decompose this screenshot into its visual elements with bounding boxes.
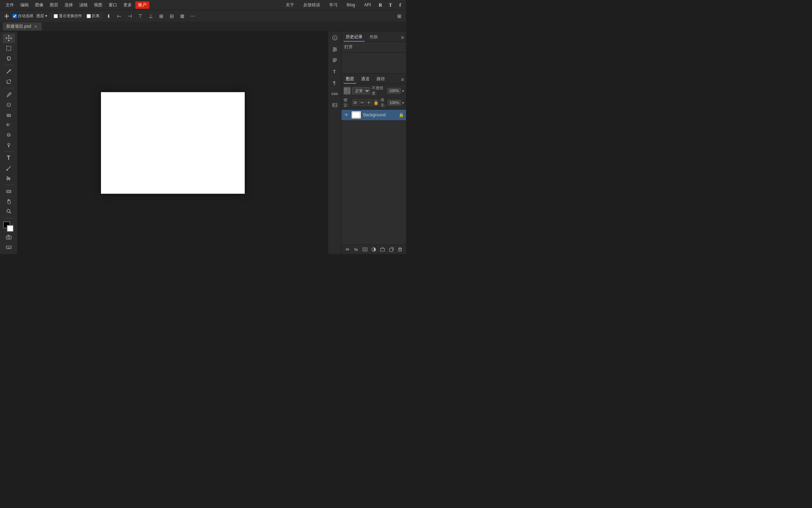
add-mask-btn[interactable] xyxy=(362,246,368,253)
lock-pixels-btn[interactable]: ⊞ xyxy=(352,99,358,106)
tab-channels[interactable]: 通道 xyxy=(359,75,372,84)
group-layers-btn[interactable] xyxy=(380,246,386,253)
document-tab-close[interactable]: × xyxy=(33,24,38,29)
text-tool[interactable]: T xyxy=(3,153,15,163)
menu-api[interactable]: API xyxy=(361,2,374,8)
show-transform-checkbox-label[interactable]: 显示变换控件 xyxy=(54,13,82,19)
add-style-btn[interactable]: fx xyxy=(353,246,359,253)
link-layers-btn[interactable] xyxy=(344,246,350,253)
distribute-more-btn[interactable]: ⋯ xyxy=(188,12,197,20)
opacity-value[interactable]: 100% xyxy=(387,88,401,94)
layers-panel-menu[interactable]: ≡ xyxy=(401,77,404,82)
healing-brush-tool[interactable] xyxy=(3,67,15,76)
lock-label: 锁定: xyxy=(344,97,351,108)
layer-dropdown[interactable]: 图层 ▾ xyxy=(35,13,49,19)
menu-feedback[interactable]: 反馈错误 xyxy=(300,1,323,9)
canvas-area xyxy=(18,32,328,254)
layer-list: 👁 Background 🔒 xyxy=(341,110,406,245)
reddit-icon[interactable]: 𝐑 xyxy=(377,2,384,8)
toolbar-divider-2 xyxy=(84,13,84,20)
background-color[interactable] xyxy=(7,225,14,232)
image-icon[interactable] xyxy=(330,100,340,110)
align-right-btn[interactable]: ⊤ xyxy=(136,12,145,20)
svg-rect-51 xyxy=(390,248,393,252)
paragraph-icon[interactable]: ¶ xyxy=(330,78,340,88)
menu-filter[interactable]: 滤镜 xyxy=(76,1,90,9)
align-left-btn[interactable]: ⊢ xyxy=(115,12,124,20)
distribute-v-btn[interactable]: ⊟ xyxy=(167,12,176,20)
info-icon[interactable] xyxy=(330,33,340,43)
menu-more[interactable]: 更多 xyxy=(121,1,135,9)
distribute-btn[interactable]: ⊞ xyxy=(157,12,166,20)
align-bottom-btn[interactable]: ⊥ xyxy=(146,12,155,20)
align-center-btn[interactable]: ⊣ xyxy=(125,12,134,20)
tab-paths[interactable]: 路径 xyxy=(374,75,387,84)
new-layer-btn[interactable] xyxy=(388,246,394,253)
adjustment-layer-btn[interactable] xyxy=(371,246,377,253)
history-open-entry: 打开 xyxy=(341,42,406,53)
menu-view[interactable]: 视图 xyxy=(91,1,105,9)
document-tab[interactable]: 新建项目.psd × xyxy=(3,22,42,30)
lock-all-btn[interactable]: 🔒 xyxy=(373,99,379,106)
layer-mode-dropdown[interactable]: 正常 xyxy=(352,87,370,94)
tab-history[interactable]: 历史记录 xyxy=(344,33,365,42)
menu-window[interactable]: 窗口 xyxy=(106,1,120,9)
crop-tool[interactable] xyxy=(3,77,15,87)
tab-layers[interactable]: 图层 xyxy=(344,75,356,84)
styles-icon[interactable] xyxy=(330,55,340,65)
history-area xyxy=(341,53,406,74)
path-select-tool[interactable] xyxy=(3,173,15,183)
svg-point-22 xyxy=(8,236,10,239)
align-download-btn[interactable]: ⬇ xyxy=(104,12,113,20)
css-icon[interactable]: CSS xyxy=(330,89,340,99)
layer-item-background[interactable]: 👁 Background 🔒 xyxy=(341,110,406,121)
menu-account[interactable]: 账户 xyxy=(135,1,149,9)
eraser-tool[interactable] xyxy=(3,110,15,119)
keyboard-tool[interactable] xyxy=(3,242,15,252)
text-icon[interactable]: T xyxy=(330,67,340,76)
distance-checkbox[interactable] xyxy=(87,14,91,18)
layers-panel-tabs: 图层 通道 路径 ≡ xyxy=(341,74,406,84)
menu-about[interactable]: 关于 xyxy=(283,1,297,9)
menu-blog[interactable]: Blog xyxy=(344,2,358,8)
show-transform-checkbox[interactable] xyxy=(54,14,58,18)
shape-tool[interactable] xyxy=(3,187,15,196)
auto-select-checkbox[interactable] xyxy=(13,14,17,18)
zoom-tool[interactable] xyxy=(3,207,15,216)
lock-position-btn[interactable]: ✏ xyxy=(359,99,365,106)
facebook-icon[interactable]: 𝐟 xyxy=(397,2,403,8)
auto-select-checkbox-label[interactable]: 自动选择 xyxy=(13,13,33,19)
lock-move-btn[interactable]: ✛ xyxy=(366,99,372,106)
move-tool[interactable] xyxy=(3,34,15,43)
clone-stamp-tool[interactable] xyxy=(3,100,15,110)
grid-btn[interactable]: ⊞ xyxy=(395,12,404,20)
twitter-icon[interactable]: 𝐓 xyxy=(387,2,393,8)
tab-color[interactable]: 色板 xyxy=(367,33,380,42)
marquee-tool[interactable] xyxy=(3,44,15,53)
fill-value[interactable]: 100% xyxy=(388,100,401,105)
menu-select[interactable]: 选择 xyxy=(62,1,76,9)
delete-layer-btn[interactable] xyxy=(397,246,403,253)
layer-name: Background xyxy=(363,112,397,117)
adjustments-icon[interactable] xyxy=(330,44,340,54)
brush-tool[interactable] xyxy=(3,90,15,99)
blur-tool[interactable] xyxy=(3,130,15,140)
camera-tool[interactable] xyxy=(3,233,15,242)
color-swatches[interactable] xyxy=(2,221,15,231)
gradient-tool[interactable] xyxy=(3,120,15,130)
menu-file[interactable]: 文件 xyxy=(3,1,17,9)
hand-tool[interactable] xyxy=(3,197,15,206)
menu-learn[interactable]: 学习 xyxy=(326,1,340,9)
pen-tool[interactable] xyxy=(3,164,15,173)
dodge-tool[interactable] xyxy=(3,140,15,150)
distance-checkbox-label[interactable]: 距离 xyxy=(87,13,100,19)
menu-edit[interactable]: 编辑 xyxy=(18,1,32,9)
layer-mode-row: 正常 不透明度: 100% ▾ xyxy=(344,85,404,96)
history-panel-menu[interactable]: ≡ xyxy=(401,35,404,40)
distribute-h-btn[interactable]: ⊠ xyxy=(178,12,187,20)
menu-layer[interactable]: 图层 xyxy=(47,1,61,9)
lasso-tool[interactable] xyxy=(3,54,15,63)
layer-visibility-toggle[interactable]: 👁 xyxy=(344,112,349,118)
menu-image[interactable]: 图像 xyxy=(32,1,46,9)
fill-row: 填充: 100% ▾ xyxy=(380,97,404,108)
